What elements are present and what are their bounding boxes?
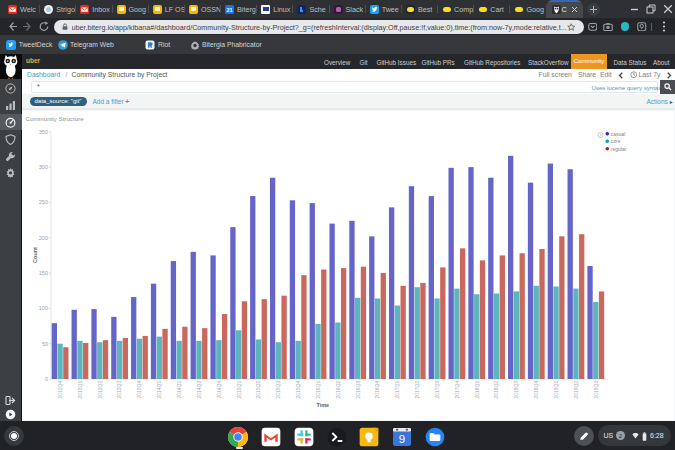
svg-text:9: 9 <box>399 433 405 445</box>
svg-text:2015Q4: 2015Q4 <box>295 380 301 398</box>
svg-text:250: 250 <box>39 199 48 205</box>
svg-text:2018Q3: 2018Q3 <box>513 380 519 398</box>
svg-text:2016Q2: 2016Q2 <box>335 380 341 398</box>
svg-text:2015Q3: 2015Q3 <box>275 380 281 398</box>
svg-text:Community Structure: Community Structure <box>26 115 85 122</box>
svg-text:2014Q2: 2014Q2 <box>176 380 182 398</box>
svg-text:2019Q3: 2019Q3 <box>593 380 599 398</box>
svg-text:2017Q3: 2017Q3 <box>434 380 440 398</box>
svg-text:0: 0 <box>45 376 48 382</box>
svg-text:2017Q1: 2017Q1 <box>394 380 400 398</box>
svg-text:2017Q4: 2017Q4 <box>454 380 460 398</box>
svg-text:2019Q1: 2019Q1 <box>553 380 559 398</box>
svg-text:2015Q2: 2015Q2 <box>255 380 261 398</box>
svg-text:2016Q3: 2016Q3 <box>355 380 361 398</box>
svg-text:Count: Count <box>32 247 38 263</box>
svg-text:2012Q4: 2012Q4 <box>57 380 63 398</box>
svg-text:2013Q4: 2013Q4 <box>136 380 142 398</box>
svg-text:2019Q2: 2019Q2 <box>573 380 579 398</box>
svg-text:Time: Time <box>316 402 329 408</box>
svg-text:regular: regular <box>611 146 627 152</box>
svg-text:150: 150 <box>39 270 48 276</box>
svg-text:casual: casual <box>611 131 625 137</box>
svg-text:2013Q1: 2013Q1 <box>77 380 83 398</box>
svg-text:2018Q4: 2018Q4 <box>533 380 539 398</box>
svg-text:300: 300 <box>39 164 48 170</box>
svg-text:2014Q4: 2014Q4 <box>216 380 222 398</box>
svg-text:2013Q3: 2013Q3 <box>116 380 122 398</box>
svg-text:2018Q1: 2018Q1 <box>474 380 480 398</box>
svg-text:2018Q2: 2018Q2 <box>493 380 499 398</box>
svg-text:200: 200 <box>39 235 48 241</box>
svg-text:2016Q4: 2016Q4 <box>374 380 380 398</box>
svg-text:2015Q1: 2015Q1 <box>236 380 242 398</box>
svg-text:50: 50 <box>42 341 48 347</box>
svg-text:core: core <box>611 138 621 144</box>
svg-text:100: 100 <box>39 305 48 311</box>
svg-text:2016Q1: 2016Q1 <box>315 380 321 398</box>
svg-text:2014Q1: 2014Q1 <box>156 380 162 398</box>
svg-text:2017Q2: 2017Q2 <box>414 380 420 398</box>
svg-text:350: 350 <box>39 129 48 135</box>
svg-text:2014Q3: 2014Q3 <box>196 380 202 398</box>
svg-text:2013Q2: 2013Q2 <box>97 380 103 398</box>
